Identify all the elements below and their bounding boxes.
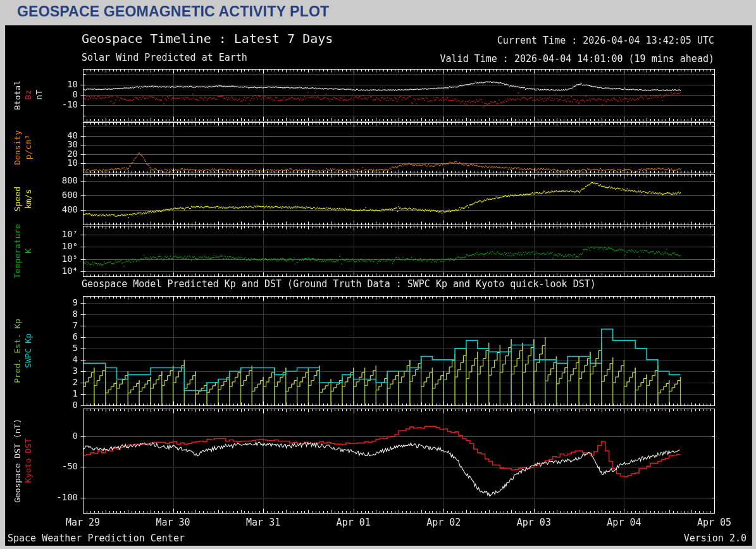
density-axis-labels: Densityp/cm³ <box>13 122 58 173</box>
valid-time-label: Valid Time : 2026-04-04 14:01:00 (19 min… <box>440 53 714 65</box>
geospace-plot: Geospace Timeline : Latest 7 Days Curren… <box>5 25 752 546</box>
axis-label: Kyoto DST <box>24 438 32 483</box>
plot-subtitle: Solar Wind Predicted at Earth <box>82 52 247 63</box>
axis-label: SWPC Kp <box>24 333 32 368</box>
x-tick-label: Apr 05 <box>686 517 743 528</box>
current-time-label: Current Time : 2026-04-04 13:42:05 UTC <box>497 35 714 46</box>
axis-label: Temperature <box>13 224 22 278</box>
page-title: GEOSPACE GEOMAGNETIC ACTIVITY PLOT <box>17 3 329 20</box>
x-tick-label: Apr 03 <box>505 517 562 528</box>
axis-label: p/cm³ <box>24 135 32 159</box>
x-tick-label: Apr 04 <box>595 517 652 528</box>
imf-axis-labels: BtotalBznT <box>13 69 58 121</box>
x-tick-label: Mar 30 <box>145 517 202 528</box>
footer-source-label: Space Weather Prediction Center <box>8 533 185 544</box>
axis-label: Density <box>13 130 22 165</box>
kp-dst-section-title: Geospace Model Predicted Kp and DST (Gro… <box>82 278 596 290</box>
kp-axis-labels: Pred. Est. KpSWPC Kp <box>13 296 58 405</box>
dst-axis-labels: Geospace DST (nT)Kyoto DST <box>13 409 58 513</box>
temperature-axis-labels: TemperatureK <box>13 226 58 276</box>
speed-axis-labels: Speedkm/s <box>13 174 58 225</box>
axis-label: Speed <box>13 187 22 211</box>
axis-label: Geospace DST (nT) <box>13 419 22 503</box>
axis-label: Bz <box>24 90 32 100</box>
x-tick-label: Apr 02 <box>415 517 472 528</box>
axis-label: K <box>24 249 32 254</box>
x-tick-label: Mar 29 <box>54 517 111 528</box>
axis-label: Btotal <box>13 80 22 110</box>
axis-label: nT <box>35 90 43 100</box>
plot-header-title: Geospace Timeline : Latest 7 Days <box>82 31 333 46</box>
axis-label: Pred. Est. Kp <box>13 319 22 383</box>
axis-label: km/s <box>24 189 32 209</box>
x-tick-label: Mar 31 <box>235 517 292 528</box>
x-tick-label: Apr 01 <box>325 517 382 528</box>
footer-version-label: Version 2.0 <box>684 533 747 544</box>
